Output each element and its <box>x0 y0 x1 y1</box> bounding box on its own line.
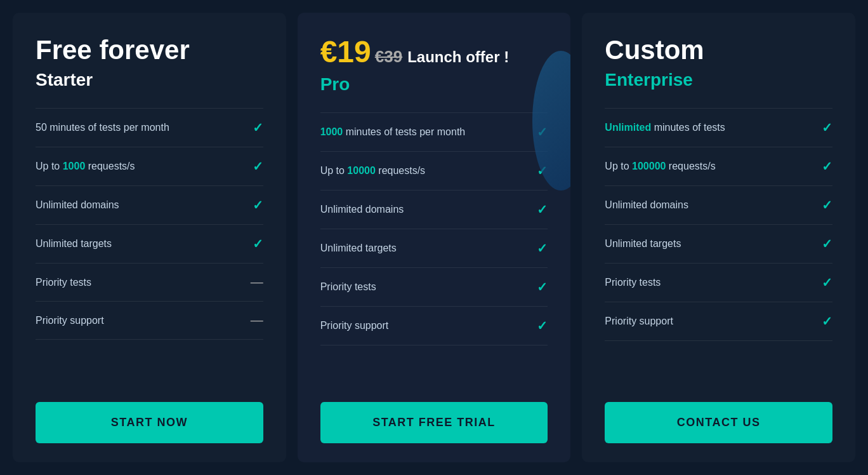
feature-label: Up to 10000 requests/s <box>320 165 425 177</box>
list-item: 50 minutes of tests per month ✓ <box>36 108 263 147</box>
starter-card: Free forever Starter 50 minutes of tests… <box>13 13 286 462</box>
list-item: Unlimited targets ✓ <box>36 225 263 264</box>
start-now-button[interactable]: START NOW <box>36 402 263 443</box>
feature-label: 1000 minutes of tests per month <box>320 126 466 138</box>
list-item: Unlimited minutes of tests ✓ <box>605 108 832 147</box>
feature-label: Up to 100000 requests/s <box>605 161 715 172</box>
feature-label: Unlimited domains <box>605 199 688 211</box>
pro-header: €19€39Launch offer ! Pro <box>320 36 548 95</box>
list-item: Unlimited targets ✓ <box>320 229 548 268</box>
check-icon: ✓ <box>253 197 263 213</box>
feature-label: Priority support <box>36 315 104 326</box>
start-free-trial-button[interactable]: START FREE TRIAL <box>320 402 548 443</box>
pricing-container: Free forever Starter 50 minutes of tests… <box>0 0 868 475</box>
price-original: €39 <box>375 47 402 66</box>
list-item: Priority tests — <box>36 264 263 302</box>
enterprise-card: Custom Enterprise Unlimited minutes of t… <box>582 13 855 462</box>
feature-label: Unlimited domains <box>36 199 119 211</box>
starter-price: Free forever <box>36 36 263 65</box>
list-item: Priority tests ✓ <box>320 268 548 307</box>
check-icon: ✓ <box>253 120 263 135</box>
starter-header: Free forever Starter <box>36 36 263 90</box>
list-item: Priority support ✓ <box>605 302 832 341</box>
feature-label: Priority tests <box>605 277 661 288</box>
enterprise-features: Unlimited minutes of tests ✓ Up to 10000… <box>605 108 832 384</box>
feature-label: Priority tests <box>36 277 91 288</box>
check-icon: ✓ <box>253 236 263 251</box>
check-icon: ✓ <box>822 236 832 251</box>
launch-offer-label: Launch offer ! <box>407 48 509 65</box>
feature-label: Up to 1000 requests/s <box>36 161 135 172</box>
starter-features: 50 minutes of tests per month ✓ Up to 10… <box>36 108 263 384</box>
check-icon: ✓ <box>537 279 548 295</box>
enterprise-price: Custom <box>605 36 832 65</box>
pro-card: €19€39Launch offer ! Pro 1000 minutes of… <box>298 13 571 462</box>
check-icon: ✓ <box>822 275 832 290</box>
starter-plan-name: Starter <box>36 70 263 90</box>
check-icon: ✓ <box>822 197 832 213</box>
feature-label: Unlimited targets <box>36 238 112 250</box>
feature-label: Priority tests <box>320 281 376 293</box>
list-item: Unlimited domains ✓ <box>36 186 263 225</box>
list-item: Unlimited domains ✓ <box>605 186 832 225</box>
list-item: Unlimited targets ✓ <box>605 225 832 264</box>
list-item: Priority tests ✓ <box>605 264 832 302</box>
pro-price: €19€39Launch offer ! <box>320 36 548 69</box>
list-item: Priority support ✓ <box>320 307 548 345</box>
list-item: 1000 minutes of tests per month ✓ <box>320 112 548 152</box>
check-icon: ✓ <box>537 241 548 256</box>
price-main: €19 <box>320 35 371 69</box>
feature-label: Priority support <box>605 316 673 327</box>
check-icon: ✓ <box>253 159 263 174</box>
feature-label: Unlimited targets <box>605 238 681 250</box>
feature-label: Unlimited domains <box>320 204 404 215</box>
pro-plan-name: Pro <box>320 74 548 95</box>
check-icon: ✓ <box>822 314 832 329</box>
enterprise-plan-name: Enterprise <box>605 70 832 90</box>
feature-label: Priority support <box>320 320 389 331</box>
check-icon: ✓ <box>822 159 832 174</box>
pro-features: 1000 minutes of tests per month ✓ Up to … <box>320 112 548 384</box>
check-icon: ✓ <box>537 202 548 217</box>
unavailable-icon: — <box>251 313 263 328</box>
feature-label: 50 minutes of tests per month <box>36 122 169 133</box>
check-icon: ✓ <box>822 120 832 135</box>
unavailable-icon: — <box>251 275 263 290</box>
enterprise-header: Custom Enterprise <box>605 36 832 90</box>
list-item: Unlimited domains ✓ <box>320 191 548 229</box>
feature-label: Unlimited targets <box>320 243 397 254</box>
check-icon: ✓ <box>537 318 548 333</box>
list-item: Up to 100000 requests/s ✓ <box>605 147 832 186</box>
contact-us-button[interactable]: CONTACT US <box>605 402 832 443</box>
feature-label: Unlimited minutes of tests <box>605 122 725 133</box>
list-item: Up to 10000 requests/s ✓ <box>320 152 548 191</box>
list-item: Up to 1000 requests/s ✓ <box>36 147 263 186</box>
list-item: Priority support — <box>36 302 263 340</box>
